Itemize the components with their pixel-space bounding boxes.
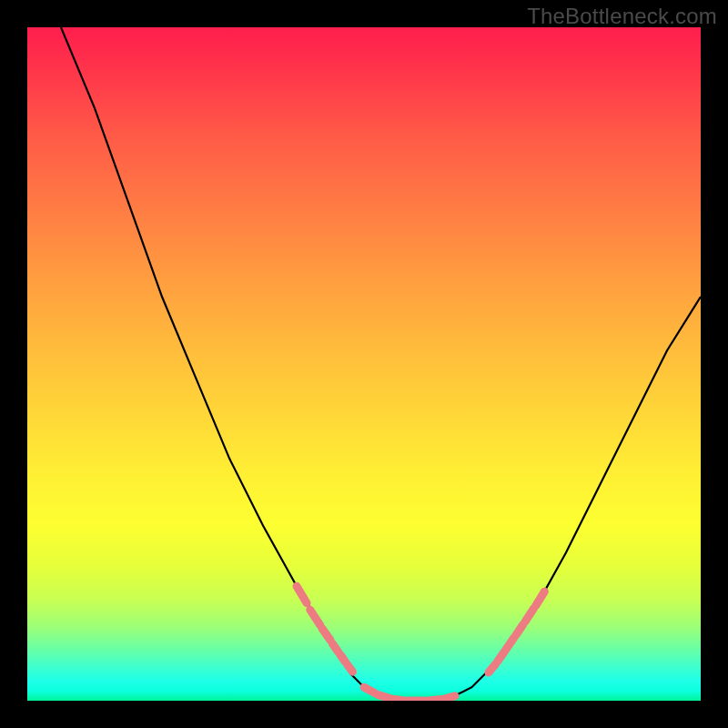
highlight-segment (536, 592, 545, 606)
highlight-segment (332, 643, 339, 652)
watermark-text: TheBottleneck.com (527, 4, 717, 29)
plot-area (27, 27, 701, 701)
highlight-segment (394, 700, 404, 701)
bottleneck-chart (27, 27, 701, 701)
highlight-segment (505, 637, 514, 650)
highlight-segment (340, 655, 345, 662)
highlight-segment (348, 664, 353, 672)
curve-line (61, 27, 701, 701)
highlight-segment (516, 624, 522, 634)
highlight-segment (489, 664, 495, 672)
highlight-segment (525, 609, 534, 622)
highlight-segment (364, 687, 374, 693)
highlight-segment (445, 696, 455, 699)
highlight-segment (498, 652, 504, 662)
highlight-segment (310, 610, 320, 625)
highlight-segment (322, 629, 330, 641)
chart-frame: TheBottleneck.com (0, 0, 728, 728)
highlight-segment (428, 700, 441, 701)
highlight-segment (378, 694, 391, 698)
highlight-segment (297, 586, 307, 603)
